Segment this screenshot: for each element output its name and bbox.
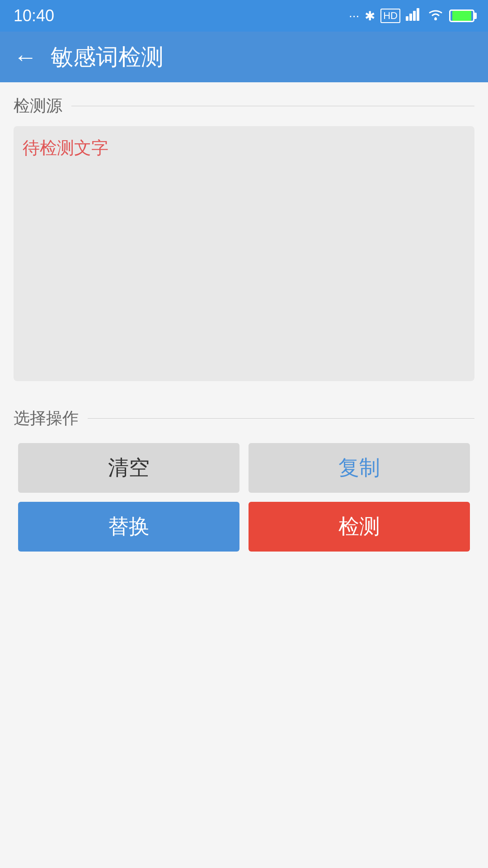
app-bar: ← 敏感词检测 <box>0 32 488 82</box>
svg-rect-3 <box>417 8 419 21</box>
svg-rect-1 <box>409 14 412 21</box>
status-bar: 10:40 ··· ✱ HD <box>0 0 488 32</box>
text-input[interactable] <box>23 135 465 370</box>
hd-badge: HD <box>380 9 400 23</box>
status-icons: ··· ✱ HD <box>349 8 474 24</box>
operations-divider <box>88 418 474 419</box>
operations-section: 选择操作 清空 复制 替换 检测 <box>0 395 488 556</box>
bluetooth-icon: ✱ <box>365 9 375 24</box>
page-title: 敏感词检测 <box>51 42 164 72</box>
wifi-icon <box>427 8 444 24</box>
detection-source-label: 检测源 <box>14 95 62 117</box>
text-area-container[interactable] <box>14 126 474 381</box>
buttons-grid: 清空 复制 替换 检测 <box>14 439 474 556</box>
signal-icon <box>406 8 422 24</box>
detection-source-header: 检测源 <box>0 82 488 126</box>
operations-label: 选择操作 <box>14 407 79 429</box>
main-content: 检测源 选择操作 清空 复制 替换 检测 <box>0 82 488 868</box>
svg-rect-2 <box>413 11 416 21</box>
replace-button[interactable]: 替换 <box>18 502 239 552</box>
battery-icon <box>449 9 474 22</box>
svg-point-4 <box>434 18 437 20</box>
status-time: 10:40 <box>14 6 54 25</box>
svg-rect-0 <box>406 16 408 21</box>
copy-button[interactable]: 复制 <box>249 443 470 493</box>
detect-button[interactable]: 检测 <box>249 502 470 552</box>
operations-header: 选择操作 <box>0 395 488 439</box>
clear-button[interactable]: 清空 <box>18 443 239 493</box>
detection-source-divider <box>71 106 474 106</box>
back-button[interactable]: ← <box>14 45 37 69</box>
dots-icon: ··· <box>349 9 359 23</box>
